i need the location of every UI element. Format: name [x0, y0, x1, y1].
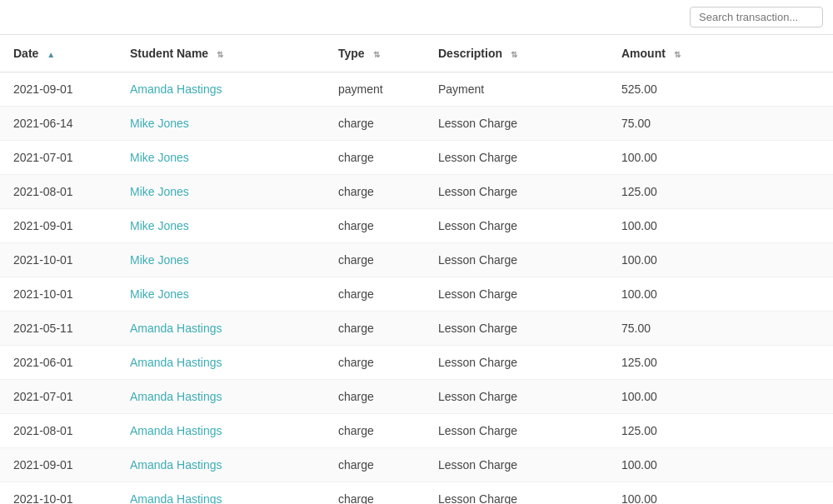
table-row: 2021-08-01Mike JoneschargeLesson Charge1… [0, 175, 833, 209]
cell-type: payment [325, 72, 425, 107]
cell-description: Lesson Charge [425, 380, 608, 414]
table-row: 2021-07-01Amanda HastingschargeLesson Ch… [0, 380, 833, 414]
student-name-link[interactable]: Mike Jones [130, 185, 189, 198]
cell-amount: 100.00 [608, 277, 833, 312]
table-row: 2021-07-01Mike JoneschargeLesson Charge1… [0, 141, 833, 175]
table-row: 2021-10-01Amanda HastingschargeLesson Ch… [0, 482, 833, 505]
cell-description: Payment [425, 72, 608, 107]
cell-student-name: Mike Jones [117, 277, 325, 312]
col-header-student[interactable]: Student Name ⇅ [117, 35, 325, 72]
student-name-link[interactable]: Amanda Hastings [130, 492, 222, 504]
cell-type: charge [325, 448, 425, 482]
sort-icon-type: ⇅ [373, 50, 380, 59]
student-name-link[interactable]: Mike Jones [130, 117, 189, 130]
student-name-link[interactable]: Mike Jones [130, 219, 189, 232]
cell-amount: 100.00 [608, 141, 833, 175]
cell-type: charge [325, 414, 425, 448]
cell-type: charge [325, 175, 425, 209]
col-header-date[interactable]: Date ▲ [0, 35, 117, 72]
student-name-link[interactable]: Amanda Hastings [130, 458, 222, 472]
table-row: 2021-09-01Mike JoneschargeLesson Charge1… [0, 209, 833, 243]
student-name-link[interactable]: Amanda Hastings [130, 82, 222, 96]
transactions-table: Date ▲ Student Name ⇅ Type ⇅ Description… [0, 34, 833, 504]
table-row: 2021-08-01Amanda HastingschargeLesson Ch… [0, 414, 833, 448]
cell-date: 2021-10-01 [0, 482, 117, 505]
sort-icon-description: ⇅ [511, 50, 517, 59]
cell-date: 2021-05-11 [0, 312, 117, 346]
col-header-description-label: Description [438, 47, 502, 60]
student-name-link[interactable]: Amanda Hastings [130, 424, 222, 437]
cell-type: charge [325, 141, 425, 175]
cell-student-name: Mike Jones [117, 141, 325, 175]
cell-student-name: Amanda Hastings [117, 72, 325, 107]
table-row: 2021-06-01Amanda HastingschargeLesson Ch… [0, 346, 833, 380]
table-row: 2021-10-01Mike JoneschargeLesson Charge1… [0, 277, 833, 312]
col-header-date-label: Date [13, 47, 38, 60]
search-input[interactable] [690, 7, 823, 27]
cell-date: 2021-07-01 [0, 141, 117, 175]
table-row: 2021-06-14Mike JoneschargeLesson Charge7… [0, 107, 833, 141]
cell-description: Lesson Charge [425, 346, 608, 380]
cell-student-name: Mike Jones [117, 107, 325, 141]
cell-date: 2021-06-01 [0, 346, 117, 380]
cell-amount: 100.00 [608, 448, 833, 482]
cell-student-name: Amanda Hastings [117, 414, 325, 448]
cell-amount: 100.00 [608, 380, 833, 414]
cell-type: charge [325, 346, 425, 380]
cell-date: 2021-10-01 [0, 277, 117, 312]
sort-icon-student: ⇅ [217, 50, 223, 59]
cell-date: 2021-06-14 [0, 107, 117, 141]
table-row: 2021-09-01Amanda HastingschargeLesson Ch… [0, 448, 833, 482]
cell-description: Lesson Charge [425, 312, 608, 346]
student-name-link[interactable]: Mike Jones [130, 253, 189, 267]
cell-amount: 75.00 [608, 107, 833, 141]
col-header-type[interactable]: Type ⇅ [325, 35, 425, 72]
table-row: 2021-09-01Amanda HastingspaymentPayment5… [0, 72, 833, 107]
cell-student-name: Amanda Hastings [117, 482, 325, 505]
cell-type: charge [325, 380, 425, 414]
col-header-description[interactable]: Description ⇅ [425, 35, 608, 72]
cell-date: 2021-08-01 [0, 414, 117, 448]
col-header-type-label: Type [338, 47, 365, 60]
cell-amount: 100.00 [608, 243, 833, 277]
table-row: 2021-10-01Mike JoneschargeLesson Charge1… [0, 243, 833, 277]
col-header-amount-label: Amount [621, 47, 666, 60]
cell-description: Lesson Charge [425, 448, 608, 482]
cell-student-name: Amanda Hastings [117, 346, 325, 380]
col-header-amount[interactable]: Amount ⇅ [608, 35, 833, 72]
cell-description: Lesson Charge [425, 243, 608, 277]
student-name-link[interactable]: Amanda Hastings [130, 390, 222, 403]
cell-student-name: Mike Jones [117, 175, 325, 209]
cell-student-name: Mike Jones [117, 243, 325, 277]
cell-student-name: Amanda Hastings [117, 448, 325, 482]
cell-type: charge [325, 312, 425, 346]
cell-date: 2021-10-01 [0, 243, 117, 277]
table-header: Date ▲ Student Name ⇅ Type ⇅ Description… [0, 35, 833, 72]
cell-type: charge [325, 243, 425, 277]
cell-amount: 100.00 [608, 482, 833, 505]
student-name-link[interactable]: Mike Jones [130, 151, 189, 164]
sort-icon-date: ▲ [47, 50, 55, 59]
cell-description: Lesson Charge [425, 175, 608, 209]
sort-icon-amount: ⇅ [674, 50, 681, 59]
cell-type: charge [325, 482, 425, 505]
student-name-link[interactable]: Amanda Hastings [130, 322, 222, 335]
cell-amount: 125.00 [608, 346, 833, 380]
cell-date: 2021-07-01 [0, 380, 117, 414]
top-bar [0, 0, 833, 34]
cell-type: charge [325, 107, 425, 141]
student-name-link[interactable]: Amanda Hastings [130, 356, 222, 369]
student-name-link[interactable]: Mike Jones [130, 287, 189, 301]
cell-type: charge [325, 277, 425, 312]
cell-description: Lesson Charge [425, 209, 608, 243]
cell-student-name: Mike Jones [117, 209, 325, 243]
col-header-student-label: Student Name [130, 47, 208, 60]
cell-date: 2021-09-01 [0, 72, 117, 107]
cell-amount: 125.00 [608, 414, 833, 448]
cell-description: Lesson Charge [425, 414, 608, 448]
cell-description: Lesson Charge [425, 277, 608, 312]
table-row: 2021-05-11Amanda HastingschargeLesson Ch… [0, 312, 833, 346]
cell-description: Lesson Charge [425, 482, 608, 505]
cell-amount: 125.00 [608, 175, 833, 209]
cell-amount: 75.00 [608, 312, 833, 346]
